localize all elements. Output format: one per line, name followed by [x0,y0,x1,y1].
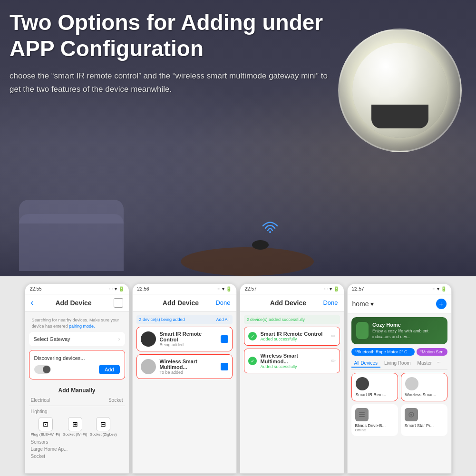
battery-icon-4: 🔋 [441,286,447,291]
edit-icon-2[interactable]: ✏ [331,358,336,364]
device-card-ir[interactable]: Smart IR Rem... [351,373,398,401]
device-info-3: Smart IR Remote Control Added successful… [261,331,327,341]
plug-icon: ⊡ [39,417,53,431]
device-item-3[interactable]: ✓ Smart IR Remote Control Added successf… [244,327,340,346]
socket-zigbee-item[interactable]: ⊟ Socket (Zigbee) [90,417,117,437]
text-overlay: Two Options for Adding under APP Configu… [10,10,338,96]
couch-left [19,214,124,271]
device-card-blinds[interactable]: Blinds Drive-B... Offline [351,404,398,436]
tag-2[interactable]: “Motion Sen [417,348,447,356]
tab-row: All Devices Living Room Master ··· [351,359,447,370]
statusbar-3: 22:57 ··· ▾ 🔋 [240,284,344,294]
ir-device-card-icon [356,377,369,390]
device-name-1: Smart IR Remote Control [160,331,217,342]
dots-icon-3: ··· [324,286,328,291]
divider-1 [29,406,125,406]
svg-rect-3 [359,416,365,417]
device-icon-1 [141,331,156,347]
socket-wifi-label: Socket (Wi-Fi) [63,432,87,437]
discovering-title: Discovering devices... [34,355,120,361]
tab-more-icon[interactable]: ··· [437,359,440,368]
navbar-2: Add Device Done [133,294,236,311]
back-button-1[interactable]: ‹ [31,298,34,308]
device-indicator-2 [221,363,228,370]
tab-living-room[interactable]: Living Room [381,359,414,368]
star-icon [405,408,418,421]
page-title: Two Options for Adding under APP Configu… [10,10,338,62]
home-title[interactable]: home ▾ [352,300,374,308]
svg-rect-1 [359,412,365,413]
toggle-switch[interactable] [34,365,51,374]
time-2: 22:56 [137,286,149,291]
device-status-1: Being added [160,342,217,347]
sensors-label: Sensors [31,439,49,445]
device-card-star[interactable]: Smart Star Pr... [401,404,447,436]
device-item-4[interactable]: ✓ Wireless Smart Multimod... Added succe… [244,349,340,373]
lamp-inner [352,43,447,138]
socket-zigbee-label: Socket (Zigbee) [90,432,117,437]
select-gateway-label: Select Gateway [34,336,70,342]
lamp-product-image [338,29,462,152]
blinds-device-name: Blinds Drive-B... [355,423,394,428]
cozy-info: Cozy Home Enjoy a cozy life with ambient… [372,322,443,340]
done-button-2[interactable]: Done [215,299,230,306]
socket-bottom-label: Socket [31,454,46,459]
add-button[interactable]: Add [99,365,120,374]
phone-screen-2: 22:56 ··· ▾ 🔋 Add Device Done 2 device(s… [132,283,237,474]
blinds-offline-status: Offline [355,428,394,432]
device-card-wireless[interactable]: Wireless Smar... [401,373,447,401]
category-row-4: Large Home Ap... [29,446,125,453]
status-icons-4: ··· ▾ 🔋 [431,286,446,291]
battery-icon-3: 🔋 [333,286,339,291]
dots-icon: ··· [109,286,113,291]
main-container: Two Options for Adding under APP Configu… [0,0,476,476]
tag-1[interactable]: “Bluetooth Rope Motor 2” C... [351,348,415,356]
being-added-status: 2 device(s) being added Add All [136,315,233,324]
lamp-base [371,105,428,128]
select-gateway-btn[interactable]: Select Gateway › [29,332,125,346]
wifi-signal-icon [261,219,280,233]
tab-master[interactable]: Master [415,359,435,368]
scan-icon[interactable] [114,298,123,308]
tab-all-devices[interactable]: All Devices [351,359,380,368]
device-item-1[interactable]: Smart IR Remote Control Being added [136,327,233,351]
added-status: 2 device(s) added successfully [244,315,340,324]
device-info-4: Wireless Smart Multimod... Added success… [261,353,327,369]
statusbar-2: 22:56 ··· ▾ 🔋 [133,284,236,294]
ir-device-on-table [252,240,269,250]
tag-row: “Bluetooth Rope Motor 2” C... “Motion Se… [351,348,447,356]
being-added-text: 2 device(s) being added [139,317,185,322]
plug-item[interactable]: ⊡ Plug (BLE+Wi-Fi) [31,417,60,437]
navbar-1: ‹ Add Device [25,294,129,311]
device-status-2: To be added [160,370,217,375]
category-row-1: Electrical Socket [29,397,125,404]
device-status-3: Added successfully [261,337,327,341]
dots-icon-2: ··· [216,286,220,291]
coffee-table [181,247,314,276]
pairing-mode-link[interactable]: pairing mode. [69,324,95,329]
dots-icon-4: ··· [431,286,435,291]
edit-icon-1[interactable]: ✏ [331,333,336,340]
socket-wifi-item[interactable]: ⊞ Socket (Wi-Fi) [63,417,87,437]
wifi-status-icon: ▾ [115,286,117,291]
wifi-status-icon-2: ▾ [222,286,224,291]
device-status-4: Added successfully [261,364,327,369]
time-1: 22:55 [30,286,42,291]
device-name-4: Wireless Smart Multimod... [261,353,327,364]
wireless-device-card-icon [405,377,418,390]
add-device-plus-button[interactable]: + [436,299,447,309]
wireless-device-card-name: Wireless Smar... [405,392,443,397]
socket-wifi-icon: ⊞ [68,417,82,431]
electrical-label: Electrical [31,398,50,403]
wifi-status-icon-3: ▾ [330,286,332,291]
lighting-label: Lighting [31,409,48,414]
device-item-2[interactable]: Wireless Smart Multimod... To be added [136,354,233,379]
done-button-3[interactable]: Done [323,299,338,306]
device-grid-row2: Blinds Drive-B... Offline Smart Star Pr.… [351,404,447,436]
add-all-button[interactable]: Add All [216,317,229,322]
add-manually-title: Add Manually [29,383,125,397]
svg-point-0 [269,231,271,233]
phone4-content: Cozy Home Enjoy a cozy life with ambient… [348,313,451,474]
phone2-content: 2 device(s) being added Add All Smart IR… [133,311,236,473]
statusbar-1: 22:55 ··· ▾ 🔋 [25,284,129,294]
